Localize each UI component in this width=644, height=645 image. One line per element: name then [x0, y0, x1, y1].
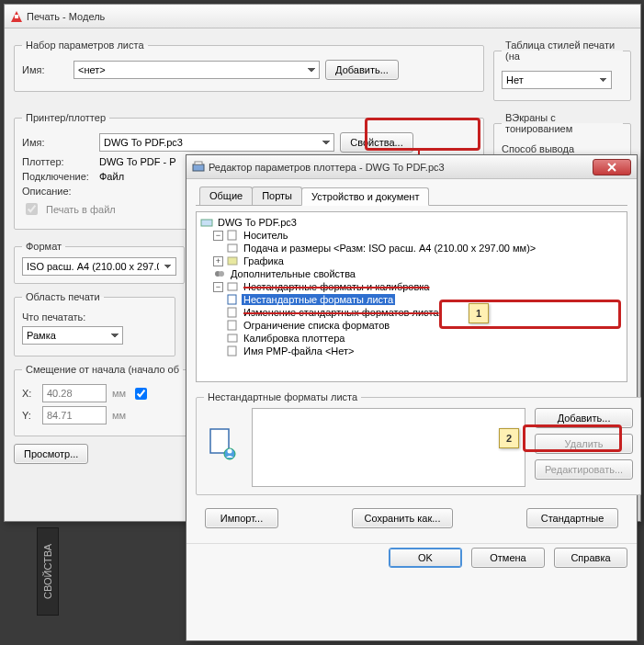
svg-rect-14: [228, 295, 236, 304]
plot-style-table-group: Таблица стилей печати (на Нет: [493, 40, 631, 101]
svg-rect-4: [195, 162, 202, 164]
description-label: Описание:: [22, 186, 94, 197]
svg-rect-18: [228, 346, 236, 356]
svg-rect-1: [15, 15, 18, 18]
svg-point-12: [219, 271, 224, 277]
svg-rect-16: [228, 321, 236, 330]
offset-x-label: X:: [22, 388, 37, 399]
tree-plotter-calibration[interactable]: Калибровка плоттера: [226, 332, 623, 345]
print-dialog-titlebar[interactable]: Печать - Модель: [5, 5, 640, 28]
ok-button[interactable]: OK: [389, 548, 462, 568]
page-setup-legend: Набор параметров листа: [22, 40, 148, 51]
custom-size-delete-button: Удалить: [535, 434, 633, 454]
svg-rect-8: [228, 231, 236, 240]
svg-rect-3: [193, 164, 204, 171]
defaults-button[interactable]: Стандартные: [526, 508, 618, 528]
offset-x-unit: мм: [112, 388, 126, 399]
custom-size-glyph: [204, 408, 243, 463]
plot-style-legend: Таблица стилей печати (на: [502, 40, 623, 62]
center-plot-checkbox[interactable]: [135, 388, 147, 400]
page-setup-group: Набор параметров листа Имя: <нет> Добави…: [14, 40, 484, 92]
offset-legend: Смещение от начала (начало об: [22, 364, 183, 375]
plot-offset-group: Смещение от начала (начало об X: мм Y: м…: [14, 364, 194, 436]
editor-tabs: Общие Порты Устройство и документ: [196, 187, 627, 206]
svg-point-21: [228, 449, 232, 454]
plot-area-group: Область печати Что печатать: Рамка: [14, 291, 175, 356]
svg-rect-7: [201, 220, 212, 226]
preset-add-button[interactable]: Добавить...: [325, 60, 399, 80]
tab-general[interactable]: Общие: [199, 187, 253, 205]
connection-value: Файл: [99, 171, 124, 182]
svg-rect-17: [228, 334, 237, 342]
printer-name-label: Имя:: [22, 137, 94, 148]
tab-device-document[interactable]: Устройство и документ: [301, 187, 429, 206]
offset-y-unit: мм: [112, 410, 126, 421]
format-legend: Формат: [22, 241, 65, 252]
tree-media[interactable]: −Носитель: [213, 229, 623, 242]
close-icon: [607, 163, 616, 172]
custom-sizes-panel: Нестандартные форматы листа Добавить... …: [196, 391, 641, 495]
print-dialog-title: Печать - Модель: [27, 11, 635, 22]
tree-feed-source[interactable]: Подача и размеры <Разм: ISO расш. A4 (21…: [226, 242, 623, 255]
custom-sizes-list[interactable]: [252, 408, 525, 487]
paper-format-group: Формат ISO расш. A4 (210.00 x 297.00 м: [14, 241, 185, 284]
printer-legend: Принтер/плоттер: [22, 112, 109, 123]
custom-size-edit-button: Редактировать...: [535, 459, 633, 480]
plot-area-legend: Область печати: [22, 291, 104, 302]
svg-rect-10: [228, 257, 237, 265]
print-to-file-checkbox: [26, 203, 38, 215]
tab-ports[interactable]: Порты: [252, 187, 302, 205]
preset-name-label: Имя:: [22, 64, 68, 75]
shade-mode-label: Способ вывода: [502, 143, 574, 154]
plotter-label: Плоттер:: [22, 156, 94, 167]
tree-graphics[interactable]: +Графика: [213, 255, 623, 267]
tree-root[interactable]: DWG To PDF.pc3: [200, 216, 623, 229]
printer-properties-button[interactable]: Свойства...: [340, 132, 413, 153]
tree-custom-paper-sizes[interactable]: Нестандартные форматы листа: [226, 293, 623, 306]
offset-y-label: Y:: [22, 410, 37, 421]
what-to-plot-select[interactable]: Рамка: [22, 326, 123, 345]
plotter-icon: [192, 161, 205, 174]
custom-sizes-legend: Нестандартные форматы листа: [204, 391, 361, 402]
offset-y-input[interactable]: [42, 406, 107, 424]
tree-pmp-filename[interactable]: Имя PMP-файла <Нет>: [226, 345, 623, 357]
app-icon: [10, 10, 23, 23]
preview-button[interactable]: Просмотр...: [14, 444, 88, 464]
plot-style-select[interactable]: Нет: [502, 71, 612, 89]
editor-titlebar[interactable]: Редактор параметров плоттера - DWG To PD…: [186, 155, 637, 179]
what-to-plot-label: Что печатать:: [22, 311, 85, 322]
printer-select[interactable]: DWG To PDF.pc3: [99, 133, 334, 152]
cancel-button[interactable]: Отмена: [471, 548, 545, 568]
custom-size-add-button[interactable]: Добавить...: [535, 408, 633, 428]
svg-rect-15: [228, 308, 236, 317]
paper-format-select[interactable]: ISO расш. A4 (210.00 x 297.00 м: [22, 257, 176, 276]
shaded-viewports-legend: ВЭкраны с тонированием: [502, 112, 623, 134]
plotter-editor-dialog: Редактор параметров плоттера - DWG To PD…: [186, 154, 638, 641]
svg-rect-13: [228, 283, 237, 290]
help-button[interactable]: Справка: [554, 548, 627, 568]
callout-1: 1: [469, 303, 489, 323]
close-button[interactable]: [593, 159, 631, 175]
plotter-config-tree[interactable]: DWG To PDF.pc3 −Носитель Подача и размер…: [196, 211, 627, 382]
tree-user-sizes-calib[interactable]: −Нестандартные форматы и калибровка: [213, 280, 623, 293]
plotter-value: DWG To PDF - P: [99, 156, 176, 167]
print-to-file-label: Печать в файл: [46, 204, 116, 215]
tree-custom-properties[interactable]: Дополнительные свойства: [213, 267, 623, 280]
connection-label: Подключение:: [22, 171, 94, 182]
offset-x-input[interactable]: [42, 384, 107, 402]
save-as-button[interactable]: Сохранить как...: [352, 508, 453, 528]
editor-title: Редактор параметров плоттера - DWG To PD…: [209, 162, 593, 173]
preset-select[interactable]: <нет>: [73, 61, 320, 79]
tree-modify-standard-sizes[interactable]: Изменение стандартных форматов листа: [226, 306, 623, 319]
import-button[interactable]: Импорт...: [205, 508, 278, 528]
callout-2: 2: [499, 428, 519, 448]
properties-palette-tab[interactable]: СВОЙСТВА: [37, 527, 59, 616]
svg-rect-9: [228, 244, 237, 252]
tree-filter-sizes[interactable]: Ограничение списка форматов: [226, 319, 623, 332]
